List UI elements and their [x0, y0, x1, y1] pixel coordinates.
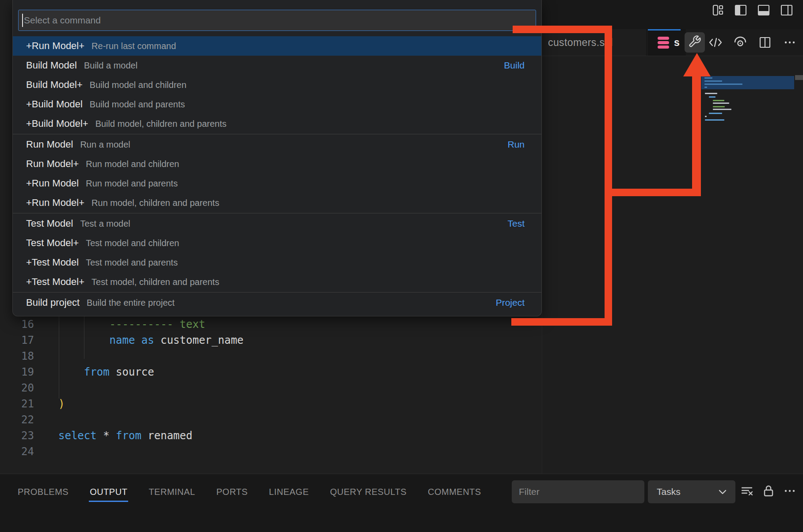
command-item-label: +Run Model+ — [26, 40, 84, 52]
minimap-line — [713, 103, 729, 104]
indent-guide — [59, 316, 59, 399]
command-input-box[interactable] — [18, 10, 536, 31]
minimap-scrollbar[interactable] — [795, 75, 803, 80]
command-item-label: Build Model — [26, 60, 77, 71]
panel-tab-output[interactable]: OUTPUT — [90, 480, 127, 503]
code-line: 20 — [0, 380, 542, 396]
line-number: 22 — [0, 412, 34, 428]
command-item-desc: Run model, children and parents — [91, 198, 219, 208]
command-item-desc: Build model and children — [90, 80, 186, 90]
code-token: select — [58, 429, 97, 442]
minimap-selected-line — [704, 84, 742, 85]
minimap[interactable] — [701, 75, 794, 121]
code-line: 23select * from renamed — [0, 428, 542, 444]
command-item-category: Run — [507, 139, 525, 150]
tab-customers-sql-label: customers.sql — [548, 37, 613, 49]
tab-customers-sql[interactable]: customers.sql — [542, 29, 647, 56]
tab-active-sql-file[interactable]: s — [648, 29, 686, 56]
editor-tab-bar: customers.sql s — [542, 29, 803, 56]
customize-layout-icon[interactable] — [711, 4, 724, 17]
command-input[interactable] — [23, 15, 536, 26]
command-item-desc: Test model, children and parents — [91, 277, 219, 287]
code-token — [58, 366, 84, 378]
command-item[interactable]: Clean projectRun `dbt clean` — [13, 312, 541, 316]
command-item[interactable]: +Run Model+Re-run last command — [13, 36, 541, 56]
panel-tab-query-results[interactable]: QUERY RESULTS — [330, 480, 407, 503]
code-text: select * from renamed — [58, 428, 192, 444]
minimap-selected-line — [704, 87, 707, 88]
command-item[interactable]: Test ModelTest a modelTest — [13, 214, 541, 233]
command-item-label: +Run Model — [26, 178, 79, 189]
panel-more-actions-icon[interactable] — [783, 484, 796, 499]
line-number: 19 — [0, 364, 34, 380]
tasks-dropdown-label: Tasks — [657, 486, 681, 497]
command-item[interactable]: Build projectBuild the entire projectPro… — [13, 293, 541, 312]
command-item[interactable]: +Test ModelTest model and parents — [13, 253, 541, 272]
lock-icon[interactable] — [762, 484, 775, 499]
line-number: 23 — [0, 428, 34, 444]
command-item-label: Run Model — [26, 139, 73, 150]
panel-tab-ports[interactable]: PORTS — [217, 480, 248, 503]
panel-tab-comments[interactable]: COMMENTS — [428, 480, 481, 503]
minimap-line — [709, 96, 715, 98]
command-item[interactable]: +Run Model+Run model, children and paren… — [13, 193, 541, 213]
minimap-selected-line — [704, 77, 712, 79]
vscode-window: 16 ---------- text17 name as customer_na… — [0, 0, 803, 532]
dbt-commands-button[interactable] — [685, 32, 705, 53]
toggle-primary-sidebar-icon[interactable] — [734, 4, 747, 17]
command-item-desc: Run model and parents — [86, 179, 178, 189]
command-item[interactable]: Test Model+Test model and children — [13, 233, 541, 253]
command-item-desc: Build a model — [84, 61, 137, 71]
command-item[interactable]: +Build ModelBuild model and parents — [13, 95, 541, 114]
line-number: 21 — [0, 396, 34, 412]
chevron-down-icon — [717, 486, 728, 498]
command-item-category: Test — [507, 218, 525, 229]
command-item[interactable]: +Run ModelRun model and parents — [13, 174, 541, 193]
command-item[interactable]: Run Model+Run model and children — [13, 154, 541, 174]
code-line: 19 from source — [0, 364, 542, 380]
minimap-line — [709, 113, 722, 114]
code-line: 17 name as customer_name — [0, 332, 542, 348]
code-token: ) — [58, 398, 65, 410]
command-item-label: +Test Model+ — [26, 276, 84, 288]
toggle-panel-icon[interactable] — [757, 4, 770, 17]
command-item-desc: Test a model — [80, 219, 130, 229]
compiled-code-icon[interactable] — [708, 35, 723, 50]
code-text: ---------- text — [58, 316, 205, 332]
command-item[interactable]: Build ModelBuild a modelBuild — [13, 56, 541, 75]
command-item-label: Run Model+ — [26, 158, 79, 170]
command-item[interactable]: +Test Model+Test model, children and par… — [13, 272, 541, 292]
more-actions-icon[interactable] — [782, 35, 797, 50]
code-token: as — [141, 334, 154, 346]
command-item-desc: Run a model — [80, 140, 130, 150]
command-item-label: +Build Model — [26, 99, 83, 110]
command-item[interactable]: +Build Model+Build model, children and p… — [13, 114, 541, 133]
code-text: ) — [58, 396, 65, 412]
command-item-label: +Build Model+ — [26, 118, 88, 129]
code-line: 24 — [0, 444, 542, 460]
code-area[interactable]: 16 ---------- text17 name as customer_na… — [0, 316, 542, 460]
toggle-secondary-sidebar-icon[interactable] — [780, 4, 793, 17]
command-item[interactable]: Run ModelRun a modelRun — [13, 135, 541, 154]
code-token: renamed — [141, 429, 193, 442]
panel-tab-terminal[interactable]: TERMINAL — [148, 480, 195, 503]
command-list-separator — [13, 292, 541, 293]
tasks-dropdown[interactable]: Tasks — [648, 480, 735, 503]
code-line: 18 — [0, 348, 542, 364]
bottom-panel: PROBLEMSOUTPUTTERMINALPORTSLINEAGEQUERY … — [0, 474, 803, 532]
annotation-arrow-shaft — [692, 75, 701, 193]
code-token: * — [97, 429, 116, 442]
panel-tab-lineage[interactable]: LINEAGE — [269, 480, 309, 503]
command-item-desc: Build model, children and parents — [95, 119, 227, 129]
command-list-separator — [13, 213, 541, 213]
code-token — [135, 334, 141, 346]
code-text: from source — [58, 364, 154, 380]
command-item[interactable]: Build Model+Build model and children — [13, 75, 541, 95]
clear-output-icon[interactable] — [740, 484, 754, 499]
split-editor-icon[interactable] — [757, 35, 773, 50]
command-item-label: +Test Model — [26, 257, 79, 268]
wrench-icon — [688, 35, 701, 50]
panel-tab-problems[interactable]: PROBLEMS — [18, 480, 69, 503]
open-preview-icon[interactable] — [733, 35, 748, 50]
filter-input[interactable] — [518, 486, 635, 498]
